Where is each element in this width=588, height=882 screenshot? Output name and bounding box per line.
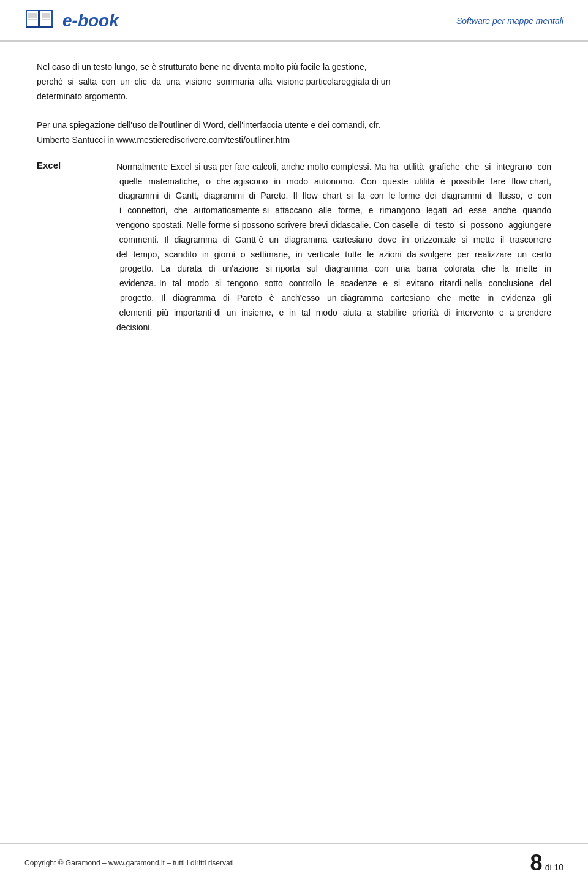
svg-rect-2 bbox=[27, 11, 38, 26]
footer-copyright: Copyright © Garamond – www.garamond.it –… bbox=[24, 859, 234, 867]
intro-block: Nel caso di un testo lungo, se è struttu… bbox=[37, 60, 551, 148]
header-subtitle: Software per mappe mentali bbox=[456, 16, 564, 26]
main-content: Nel caso di un testo lungo, se è struttu… bbox=[0, 42, 588, 391]
footer-page-total: di 10 bbox=[545, 862, 564, 872]
excel-label-container: Excel bbox=[37, 160, 116, 343]
excel-content: Normalmente Excel si usa per fare calcol… bbox=[116, 160, 551, 343]
footer-page-number: 8 bbox=[530, 850, 543, 876]
excel-section: Excel Normalmente Excel si usa per fare … bbox=[37, 160, 551, 343]
footer-pagination: 8 di 10 bbox=[530, 850, 564, 876]
svg-rect-3 bbox=[40, 11, 51, 26]
header: e-book Software per mappe mentali bbox=[0, 0, 588, 42]
excel-paragraph: Normalmente Excel si usa per fare calcol… bbox=[116, 160, 551, 335]
footer: Copyright © Garamond – www.garamond.it –… bbox=[0, 843, 588, 882]
intro-para-2: Per una spiegazione dell'uso dell'outlin… bbox=[37, 118, 551, 148]
logo-text: e-book bbox=[62, 11, 119, 31]
excel-label: Excel bbox=[37, 160, 61, 170]
svg-rect-13 bbox=[26, 26, 53, 28]
intro-para-1: Nel caso di un testo lungo, se è struttu… bbox=[37, 60, 551, 104]
svg-rect-12 bbox=[38, 10, 40, 27]
book-icon bbox=[24, 7, 56, 34]
logo-area: e-book bbox=[24, 7, 119, 34]
